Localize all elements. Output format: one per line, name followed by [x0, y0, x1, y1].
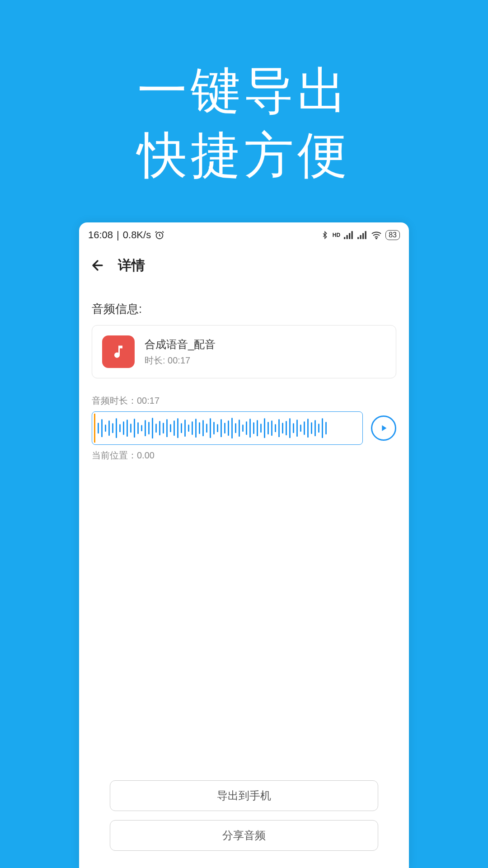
- phone-screenshot: 16:08 | 0.8K/s HD 83 详情 音频信息:: [79, 222, 409, 868]
- svg-point-9: [376, 238, 377, 239]
- wave-row: [92, 411, 396, 445]
- audio-info: 合成语音_配音 时长: 00:17: [145, 337, 386, 367]
- play-button[interactable]: [371, 415, 396, 441]
- audio-duration: 时长: 00:17: [145, 354, 386, 367]
- signal-icon-1: [344, 231, 354, 239]
- hd-icon: HD: [333, 232, 340, 238]
- bottom-buttons: 导出到手机 分享音频: [79, 780, 409, 868]
- waveform[interactable]: [92, 411, 363, 445]
- status-divider: |: [117, 229, 119, 241]
- audio-card[interactable]: 合成语音_配音 时长: 00:17: [92, 325, 396, 378]
- wave-position-label: 当前位置：0.00: [92, 449, 396, 462]
- svg-rect-6: [360, 235, 361, 239]
- back-icon[interactable]: [90, 258, 105, 273]
- svg-rect-2: [347, 235, 348, 239]
- promo-line-1: 一键导出: [0, 59, 488, 123]
- svg-rect-3: [349, 233, 350, 239]
- svg-rect-4: [352, 231, 353, 239]
- export-button[interactable]: 导出到手机: [110, 780, 378, 811]
- bluetooth-icon: [321, 231, 329, 239]
- svg-rect-1: [344, 237, 345, 239]
- page-title: 详情: [118, 256, 145, 275]
- wave-duration-label: 音频时长：00:17: [92, 395, 396, 407]
- audio-name: 合成语音_配音: [145, 337, 386, 352]
- promo-line-2: 快捷方便: [0, 123, 488, 188]
- svg-rect-8: [365, 231, 366, 239]
- promo-text: 一键导出 快捷方便: [0, 0, 488, 188]
- status-time: 16:08: [88, 229, 113, 241]
- wifi-icon: [371, 231, 382, 239]
- wave-cursor[interactable]: [94, 414, 95, 443]
- nav-bar: 详情: [79, 248, 409, 283]
- battery-icon: 83: [385, 230, 400, 240]
- status-right: HD 83: [321, 230, 400, 240]
- play-icon: [379, 423, 389, 433]
- svg-rect-7: [362, 233, 364, 239]
- share-button[interactable]: 分享音频: [110, 820, 378, 851]
- signal-icon-2: [357, 231, 367, 239]
- svg-rect-5: [357, 237, 359, 239]
- music-note-icon: [102, 335, 135, 368]
- alarm-icon: [155, 230, 164, 240]
- status-left: 16:08 | 0.8K/s: [88, 229, 164, 241]
- status-speed: 0.8K/s: [123, 229, 151, 241]
- content-area: 音频信息: 合成语音_配音 时长: 00:17 音频时长：00:17: [79, 301, 409, 462]
- status-bar: 16:08 | 0.8K/s HD 83: [79, 222, 409, 248]
- section-label-audio-info: 音频信息:: [92, 301, 396, 317]
